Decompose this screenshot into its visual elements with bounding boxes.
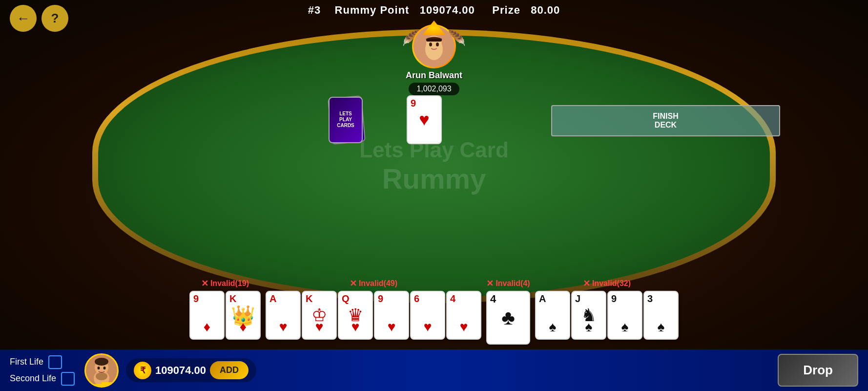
game-type: Rummy Point xyxy=(335,4,410,16)
center-cards-area: 🃏 LETSPLAYCARDS 9 ♥ xyxy=(329,95,442,144)
group-4-label: ✕ Invalid(32) xyxy=(583,278,631,289)
card-4-clubs[interactable]: 4 ♣ xyxy=(486,291,530,345)
add-button[interactable]: ADD xyxy=(210,361,248,379)
card-9-diamonds[interactable]: 9 ♦ xyxy=(189,291,225,340)
card-9-spades[interactable]: 9 ♠ xyxy=(607,291,642,340)
top-bar: #3 Rummy Point 109074.00 Prize 80.00 xyxy=(0,0,868,21)
back-icon: ← xyxy=(17,11,30,26)
coin-icon: ₹ xyxy=(134,362,151,379)
card-4-hearts[interactable]: 4 ♥ xyxy=(446,291,481,340)
group-1-label: ✕ Invalid(19) xyxy=(201,278,249,289)
life-status: First Life Second Life xyxy=(10,355,75,386)
group-2-status: Invalid(49) xyxy=(359,279,397,288)
coins-amount: 109074.00 xyxy=(155,364,206,377)
help-button[interactable]: ? xyxy=(41,5,68,32)
card-group-2: ✕ Invalid(49) A ♥ K ♔ ♥ Q ♛ ♥ xyxy=(266,278,481,345)
deck-card-front[interactable]: LETSPLAYCARDS xyxy=(329,97,363,143)
group-1-close[interactable]: ✕ xyxy=(201,278,208,289)
coins-display: ₹ 109074.00 ADD xyxy=(126,358,256,382)
card-A-hearts[interactable]: A ♥ xyxy=(266,291,301,340)
finish-deck-button[interactable]: FINISHDECK xyxy=(551,105,780,136)
group-2-label: ✕ Invalid(49) xyxy=(350,278,397,289)
card-K-diamonds[interactable]: K 👑 ♦ xyxy=(226,291,261,340)
second-life-label: Second Life xyxy=(10,373,56,384)
groups-container: ✕ Invalid(19) 9 ♦ K 👑 ♦ ✕ Invalid(49) xyxy=(165,278,703,345)
open-card[interactable]: 9 ♥ xyxy=(407,95,442,144)
card-6-hearts[interactable]: 6 ♥ xyxy=(410,291,445,340)
rupee-symbol: ₹ xyxy=(140,365,145,376)
prize-amount: 80.00 xyxy=(531,4,560,16)
svg-point-11 xyxy=(96,372,107,380)
open-card-suit: ♥ xyxy=(419,109,429,130)
prize-label: Prize xyxy=(492,4,520,16)
group-2-close[interactable]: ✕ xyxy=(350,278,357,289)
card-group-4: ✕ Invalid(32) A ♠ J ♞ ♠ 9 ♠ 3 xyxy=(535,278,679,345)
group-1-cards: 9 ♦ K 👑 ♦ xyxy=(189,291,261,340)
table-watermark: Lets Play Card Rummy xyxy=(359,138,509,195)
card-K-hearts[interactable]: K ♔ ♥ xyxy=(302,291,337,340)
player-face-svg xyxy=(86,355,117,386)
group-3-status: Invalid(4) xyxy=(496,279,530,288)
hand-area: ✕ Invalid(19) 9 ♦ K 👑 ♦ ✕ Invalid(49) xyxy=(165,278,703,345)
watermark-line2: Rummy xyxy=(359,162,509,195)
group-3-cards: 4 ♣ xyxy=(486,291,530,345)
help-icon: ? xyxy=(51,11,59,26)
card-group-1: ✕ Invalid(19) 9 ♦ K 👑 ♦ xyxy=(189,278,261,345)
group-2-cards: A ♥ K ♔ ♥ Q ♛ ♥ 9 ♥ 6 xyxy=(266,291,481,340)
svg-rect-5 xyxy=(426,39,442,42)
opponent-chips: 1,002,093 xyxy=(409,83,459,95)
second-life-checkbox[interactable] xyxy=(61,372,75,386)
card-9-hearts[interactable]: 9 ♥ xyxy=(374,291,409,340)
open-card-rank: 9 xyxy=(411,98,416,108)
svg-point-4 xyxy=(436,43,439,46)
group-4-close[interactable]: ✕ xyxy=(583,278,590,289)
svg-point-3 xyxy=(429,43,432,46)
group-3-close[interactable]: ✕ xyxy=(486,278,494,289)
svg-point-9 xyxy=(98,367,100,369)
opponent-area: 🪶 🪶 Arun Balwant 1,002,093 xyxy=(406,24,462,95)
deck-logo-text: LETSPLAYCARDS xyxy=(337,111,354,129)
first-life-row: First Life xyxy=(10,355,75,369)
first-life-label: First Life xyxy=(10,357,43,367)
group-1-status: Invalid(19) xyxy=(210,279,249,288)
card-Q-hearts[interactable]: Q ♛ ♥ xyxy=(338,291,373,340)
group-4-status: Invalid(32) xyxy=(592,279,631,288)
bottom-bar: First Life Second Life ₹ 109074.00 ADD xyxy=(0,349,868,391)
card-J-spades[interactable]: J ♞ ♠ xyxy=(571,291,606,340)
wing-right-icon: 🪶 xyxy=(448,29,466,46)
drop-button[interactable]: Drop xyxy=(778,354,858,387)
top-left-buttons: ← ? xyxy=(10,5,68,32)
card-group-3: ✕ Invalid(4) 4 ♣ xyxy=(486,278,530,345)
card-3-spades[interactable]: 3 ♠ xyxy=(643,291,679,340)
group-4-cards: A ♠ J ♞ ♠ 9 ♠ 3 ♠ xyxy=(535,291,679,340)
opponent-name: Arun Balwant xyxy=(406,70,462,81)
finish-deck-label: FINISHDECK xyxy=(653,112,678,129)
header-text: #3 Rummy Point 109074.00 Prize 80.00 xyxy=(308,4,560,16)
rank-badge: #3 xyxy=(308,4,321,16)
svg-point-12 xyxy=(95,358,108,366)
score-value: 109074.00 xyxy=(420,4,475,16)
group-3-label: ✕ Invalid(4) xyxy=(486,278,530,289)
card-A-spades[interactable]: A ♠ xyxy=(535,291,570,340)
second-life-row: Second Life xyxy=(10,372,75,386)
back-button[interactable]: ← xyxy=(10,5,37,32)
player-avatar xyxy=(84,353,119,388)
first-life-checkbox[interactable] xyxy=(48,355,62,369)
svg-point-10 xyxy=(103,367,106,369)
